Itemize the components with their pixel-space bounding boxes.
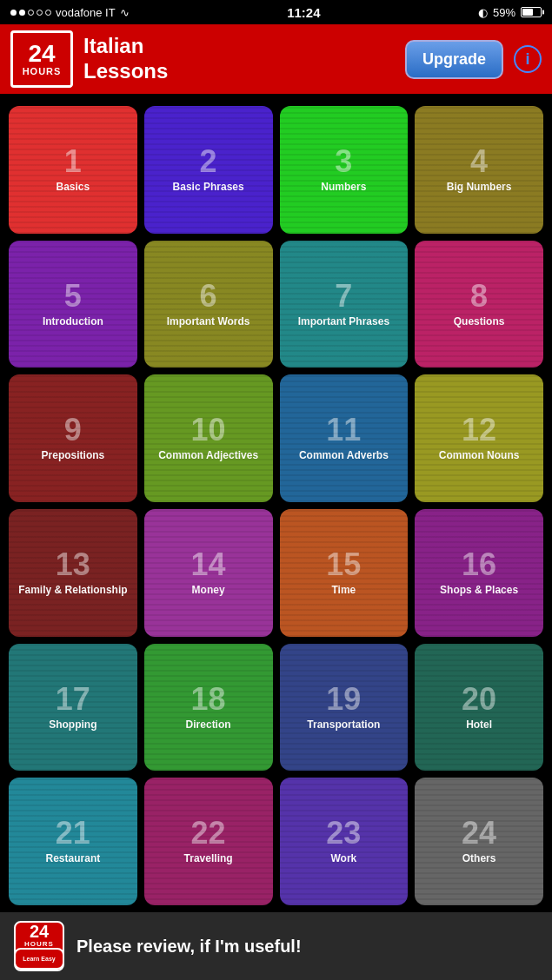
lesson-label-11: Common Adverbs (299, 449, 389, 461)
lesson-tile-14[interactable]: 14Money (144, 509, 273, 637)
lesson-tile-19[interactable]: 19Transportation (280, 644, 409, 771)
lesson-tile-24[interactable]: 24Others (415, 778, 543, 905)
lesson-tile-1[interactable]: 1Basics (9, 106, 137, 234)
lesson-num-7: 7 (335, 281, 352, 312)
lesson-label-6: Important Words (167, 315, 250, 328)
footer-logo: 24 HOURS Learn Easy (14, 921, 64, 971)
lesson-label-18: Direction (186, 718, 231, 731)
lesson-label-3: Numbers (321, 181, 366, 193)
lesson-tile-16[interactable]: 16Shops & Places (415, 509, 543, 637)
lesson-tile-10[interactable]: 10Common Adjectives (144, 374, 273, 502)
lesson-tile-3[interactable]: 3Numbers (280, 106, 409, 234)
lesson-num-1: 1 (64, 146, 82, 177)
dot-3 (28, 10, 34, 16)
lesson-num-11: 11 (326, 414, 361, 446)
lesson-num-8: 8 (470, 281, 488, 312)
carrier-label: vodafone IT (56, 6, 116, 19)
lesson-num-22: 22 (191, 818, 226, 849)
battery-icon (521, 7, 542, 17)
lesson-label-15: Time (331, 584, 356, 596)
lesson-label-23: Work (330, 852, 356, 864)
lesson-tile-13[interactable]: 13Family & Relationship (9, 509, 137, 637)
lesson-tile-7[interactable]: 7Important Phrases (280, 241, 409, 368)
lesson-tile-4[interactable]: 4Big Numbers (415, 106, 543, 234)
lesson-num-16: 16 (462, 549, 496, 580)
logo-number: 24 (28, 42, 55, 66)
lesson-num-13: 13 (56, 549, 90, 580)
app-title: ItalianLessons (83, 34, 395, 84)
lesson-tile-23[interactable]: 23Work (280, 778, 409, 905)
lesson-label-5: Introduction (43, 315, 103, 328)
lesson-tile-5[interactable]: 5Introduction (9, 241, 137, 368)
lesson-num-23: 23 (326, 818, 361, 849)
status-left: vodafone IT ∿ (10, 6, 130, 19)
lesson-label-4: Big Numbers (447, 181, 512, 193)
signal-dots (10, 10, 51, 16)
lesson-label-24: Others (462, 852, 496, 864)
lesson-num-12: 12 (462, 414, 496, 446)
lesson-tile-20[interactable]: 20Hotel (415, 644, 543, 771)
lesson-num-20: 20 (462, 684, 496, 715)
app-logo: 24 HOURS (10, 30, 73, 88)
lesson-num-6: 6 (200, 281, 217, 312)
lesson-tile-8[interactable]: 8Questions (415, 241, 543, 368)
lesson-label-10: Common Adjectives (158, 449, 258, 461)
lesson-tile-6[interactable]: 6Important Words (144, 241, 273, 368)
lesson-num-18: 18 (191, 684, 226, 715)
dot-4 (37, 10, 43, 16)
lesson-label-21: Restaurant (46, 852, 101, 864)
alarm-icon: ◐ (478, 6, 488, 19)
lesson-num-2: 2 (200, 146, 217, 177)
status-right: ◐ 59% (478, 6, 542, 19)
lesson-tile-12[interactable]: 12Common Nouns (415, 374, 543, 502)
app-header: 24 HOURS ItalianLessons Upgrade i (0, 24, 552, 94)
lesson-tile-15[interactable]: 15Time (280, 509, 409, 637)
lesson-num-3: 3 (335, 146, 352, 177)
lesson-num-10: 10 (191, 414, 226, 446)
info-button[interactable]: i (514, 45, 542, 73)
lesson-label-13: Family & Relationship (18, 584, 127, 596)
upgrade-button[interactable]: Upgrade (405, 40, 503, 79)
lesson-label-2: Basic Phrases (173, 181, 244, 193)
dot-5 (45, 10, 51, 16)
battery-fill (522, 9, 533, 16)
lesson-tile-22[interactable]: 22Travelling (144, 778, 273, 905)
lesson-num-9: 9 (64, 414, 82, 446)
lessons-grid: 1Basics2Basic Phrases3Numbers4Big Number… (0, 94, 552, 912)
lesson-tile-17[interactable]: 17Shopping (9, 644, 137, 771)
lesson-num-21: 21 (56, 818, 90, 849)
lesson-num-17: 17 (56, 684, 90, 715)
lesson-num-5: 5 (64, 281, 82, 312)
lesson-label-9: Prepositions (42, 449, 105, 461)
footer-logo-learn: Learn Easy (14, 948, 64, 970)
lesson-label-8: Questions (454, 315, 505, 328)
lesson-label-22: Travelling (184, 852, 233, 864)
lesson-num-19: 19 (326, 684, 361, 715)
lesson-num-4: 4 (470, 146, 488, 177)
lesson-label-12: Common Nouns (439, 449, 520, 461)
lesson-label-19: Transportation (307, 718, 380, 731)
dot-2 (19, 10, 25, 16)
app-footer: 24 HOURS Learn Easy Please review, if I'… (0, 912, 552, 980)
lesson-label-7: Important Phrases (298, 315, 389, 328)
lesson-label-1: Basics (57, 181, 90, 193)
time-display: 11:24 (287, 5, 320, 20)
lesson-tile-11[interactable]: 11Common Adverbs (280, 374, 409, 502)
wifi-icon: ∿ (120, 6, 130, 19)
lesson-label-17: Shopping (49, 718, 96, 731)
lesson-num-15: 15 (326, 549, 361, 580)
dot-1 (10, 10, 17, 16)
lesson-tile-2[interactable]: 2Basic Phrases (144, 106, 273, 234)
lesson-label-14: Money (192, 584, 225, 596)
battery-percent: 59% (493, 6, 515, 19)
lesson-tile-21[interactable]: 21Restaurant (9, 778, 137, 905)
lesson-num-14: 14 (191, 549, 226, 580)
lesson-tile-9[interactable]: 9Prepositions (9, 374, 137, 502)
footer-logo-num: 24 (30, 923, 49, 940)
status-bar: vodafone IT ∿ 11:24 ◐ 59% (0, 0, 552, 24)
lesson-tile-18[interactable]: 18Direction (144, 644, 273, 771)
logo-hours: HOURS (23, 66, 62, 76)
footer-logo-hours: HOURS (24, 940, 54, 948)
footer-text: Please review, if I'm useful! (76, 937, 302, 957)
lesson-label-16: Shops & Places (440, 584, 518, 596)
